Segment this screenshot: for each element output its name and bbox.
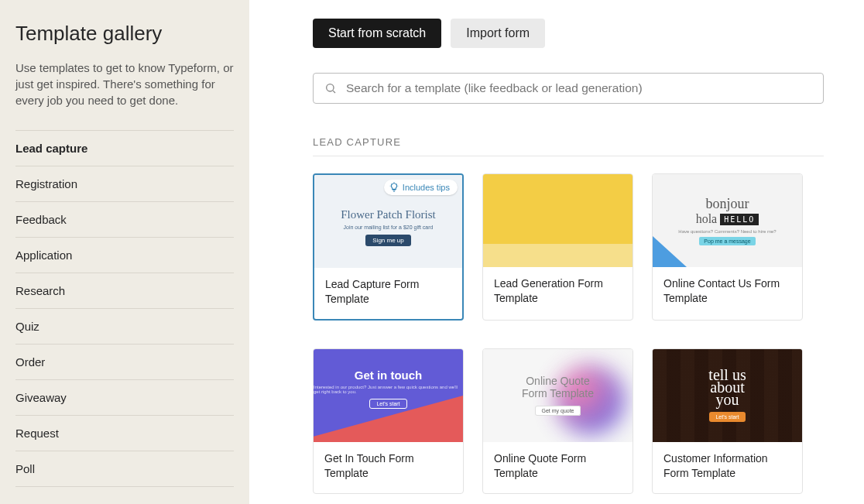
preview-cta: Pop me a message: [699, 237, 755, 245]
template-thumbnail: Online QuoteForm TemplateGet my quote: [483, 349, 633, 442]
includes-tips-badge: Includes tips: [384, 180, 458, 195]
template-thumbnail: Flower Patch FloristJoin our mailing lis…: [314, 175, 462, 268]
preview-sub: Have questions? Comments? Need to hire m…: [678, 229, 776, 234]
preview-sub: Join our mailing list for a $20 gift car…: [344, 225, 434, 230]
search-icon: [324, 82, 337, 94]
preview-heading: Get in touch: [355, 369, 423, 382]
preview-heading: tell usaboutyou: [708, 369, 746, 406]
template-title: Lead Capture Form Template: [314, 268, 462, 319]
preview-line2b: HELLO: [720, 214, 759, 225]
category-item[interactable]: Giveaway: [15, 380, 234, 416]
template-title: Get In Touch Form Template: [314, 442, 463, 493]
template-card[interactable]: Lead Generation Form Template: [482, 173, 633, 321]
preview-cta: Get my quote: [535, 406, 580, 416]
preview-heading: Online QuoteForm Template: [522, 375, 594, 399]
template-title: Lead Generation Form Template: [483, 267, 633, 318]
template-card[interactable]: Get in touchInterested in our product? J…: [313, 348, 464, 494]
category-item[interactable]: Quiz: [15, 309, 234, 345]
category-item[interactable]: Request: [15, 416, 234, 451]
category-item[interactable]: Research: [15, 273, 234, 309]
page-description: Use templates to get to know Typeform, o…: [15, 60, 234, 108]
preview-cta: Sign me up: [365, 235, 410, 246]
category-item[interactable]: Lead capture: [15, 131, 234, 166]
preview-heading: Flower Patch Florist: [341, 208, 436, 221]
template-card[interactable]: Online QuoteForm TemplateGet my quoteOnl…: [482, 348, 633, 494]
template-title: Online Quote Form Template: [483, 442, 633, 493]
decor-triangle: [653, 236, 687, 267]
preview-cta: Let's start: [369, 399, 406, 409]
template-thumbnail: tell usaboutyouLet's start: [653, 349, 802, 442]
section-header: LEAD CAPTURE: [313, 136, 824, 156]
category-item[interactable]: Order: [15, 345, 234, 380]
preview-line1: bonjour: [706, 196, 749, 212]
lightbulb-icon: [389, 182, 399, 193]
template-thumbnail: bonjourholaHELLOHave questions? Comments…: [653, 174, 802, 267]
template-title: Online Contact Us Form Template: [653, 267, 802, 318]
main: Start from scratch Import form LEAD CAPT…: [249, 0, 864, 504]
preview-line2a: hola: [696, 212, 718, 226]
category-item[interactable]: Poll: [15, 451, 234, 487]
category-list: Lead captureRegistrationFeedbackApplicat…: [15, 130, 234, 487]
template-thumbnail: Get in touchInterested in our product? J…: [314, 349, 463, 442]
template-card[interactable]: Flower Patch FloristJoin our mailing lis…: [313, 173, 464, 321]
page-title: Template gallery: [15, 22, 234, 46]
start-from-scratch-button[interactable]: Start from scratch: [313, 19, 441, 48]
sidebar: Template gallery Use templates to get to…: [0, 0, 249, 504]
preview-cta: Let's start: [709, 412, 745, 422]
template-card[interactable]: tell usaboutyouLet's startCustomer Infor…: [652, 348, 803, 494]
search-field[interactable]: [313, 73, 824, 104]
template-thumbnail: [483, 174, 633, 267]
template-title: Customer Information Form Template: [653, 442, 802, 493]
toolbar: Start from scratch Import form: [313, 19, 824, 48]
svg-point-0: [327, 84, 334, 91]
template-card[interactable]: bonjourholaHELLOHave questions? Comments…: [652, 173, 803, 321]
svg-line-1: [333, 91, 335, 93]
search-input[interactable]: [346, 81, 812, 95]
category-item[interactable]: Application: [15, 238, 234, 273]
preview-sub: Interested in our product? Just answer a…: [314, 385, 463, 394]
template-grid: Flower Patch FloristJoin our mailing lis…: [313, 173, 824, 494]
category-item[interactable]: Feedback: [15, 202, 234, 238]
category-item[interactable]: Registration: [15, 166, 234, 202]
import-form-button[interactable]: Import form: [451, 19, 545, 48]
